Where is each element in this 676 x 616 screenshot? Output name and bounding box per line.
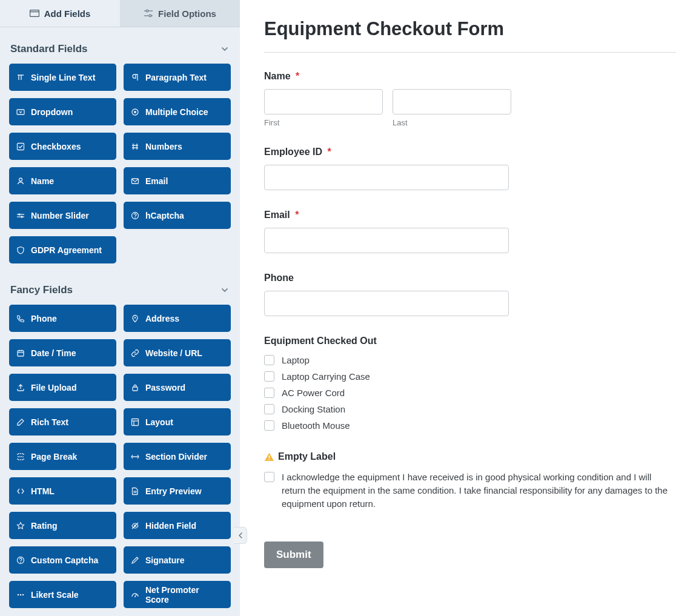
field-type-checkboxes[interactable]: Checkboxes [9,133,116,160]
field-type-page-break[interactable]: Page Break [9,443,116,470]
group-header-standard[interactable]: Standard Fields [9,37,231,64]
help-icon [16,556,25,565]
field-phone[interactable]: Phone [264,273,676,316]
equipment-option[interactable]: Laptop Carrying Case [264,370,676,383]
submit-button[interactable]: Submit [264,541,323,568]
field-type-paragraph-text[interactable]: Paragraph Text [124,64,231,91]
pagebreak-icon [16,452,25,461]
divider-icon [131,452,139,461]
sidebar: Add Fields Field Options Standard Fields… [0,0,240,616]
field-button-label: Likert Scale [31,590,79,600]
field-type-phone[interactable]: Phone [9,305,116,332]
field-button-label: File Upload [31,383,76,392]
sidebar-tabs: Add Fields Field Options [0,0,240,27]
ellipsis-icon [16,591,25,599]
field-name[interactable]: Name * First Last [264,71,676,127]
field-button-label: Single Line Text [31,73,95,82]
pin-icon [131,314,139,323]
field-button-label: Name [31,176,54,186]
field-type-numbers[interactable]: Numbers [124,133,231,160]
name-label-text: Name [264,71,291,81]
field-type-html[interactable]: HTML [9,477,116,505]
code-icon [16,487,25,495]
last-name-input[interactable] [393,89,511,114]
checkbox[interactable] [264,404,274,414]
field-type-hcaptcha[interactable]: hCaptcha [124,202,231,229]
field-type-likert-scale[interactable]: Likert Scale [9,581,116,608]
field-type-number-slider[interactable]: Number Slider [9,202,116,229]
phone-icon [16,314,25,323]
first-name-input[interactable] [264,89,383,114]
chevron-down-icon [220,285,230,295]
radio-icon [131,108,139,116]
field-type-custom-captcha[interactable]: Custom Captcha [9,546,116,574]
field-type-name[interactable]: Name [9,167,116,194]
field-type-email[interactable]: Email [124,167,231,194]
form-preview: Equipment Checkout Form Name * First Las… [240,0,676,616]
empty-label-warning: Empty Label [264,451,676,462]
field-type-hidden-field[interactable]: Hidden Field [124,512,231,539]
field-type-section-divider[interactable]: Section Divider [124,443,231,470]
email-label: Email * [264,210,676,220]
field-type-date-time[interactable]: Date / Time [9,339,116,366]
checkbox[interactable] [264,371,274,382]
field-type-password[interactable]: Password [124,374,231,401]
field-email[interactable]: Email * [264,210,676,253]
field-button-label: Paragraph Text [145,73,207,82]
checkbox[interactable] [264,388,274,398]
equipment-option[interactable]: Docking Station [264,403,676,416]
field-type-layout[interactable]: Layout [124,408,231,436]
field-button-label: Rich Text [31,417,68,427]
ack-checkbox[interactable] [264,472,274,482]
field-employee-id[interactable]: Employee ID * [264,147,676,190]
tab-field-options[interactable]: Field Options [120,0,240,27]
phone-input[interactable] [264,291,509,316]
field-type-entry-preview[interactable]: Entry Preview [124,477,231,505]
group-header-fancy[interactable]: Fancy Fields [9,278,231,305]
field-button-label: Dropdown [31,107,73,117]
field-button-label: Page Break [31,452,77,462]
field-type-rich-text[interactable]: Rich Text [9,408,116,436]
last-sublabel: Last [393,118,511,127]
field-button-label: Layout [145,417,173,427]
link-icon [131,349,139,357]
field-type-file-upload[interactable]: File Upload [9,374,116,401]
field-button-label: Address [145,314,179,323]
phone-label-text: Phone [264,273,294,283]
field-button-label: Section Divider [145,452,207,462]
shield-icon [16,246,25,254]
equipment-option-label: Docking Station [282,403,345,416]
field-type-single-line-text[interactable]: Single Line Text [9,64,116,91]
field-acknowledgement[interactable]: Empty Label I acknowledge the equipment … [264,451,676,510]
tab-add-fields[interactable]: Add Fields [0,0,120,27]
field-type-website-url[interactable]: Website / URL [124,339,231,366]
email-input[interactable] [264,228,509,253]
equipment-option[interactable]: Laptop [264,354,676,366]
field-type-multiple-choice[interactable]: Multiple Choice [124,98,231,125]
calendar-icon [16,349,25,357]
equipment-option[interactable]: Bluetooth Mouse [264,419,676,432]
field-type-rating[interactable]: Rating [9,512,116,539]
slider-icon [16,211,25,220]
field-type-dropdown[interactable]: Dropdown [9,98,116,125]
field-type-gdpr-agreement[interactable]: GDPR Agreement [9,236,116,263]
field-type-net-promoter-score[interactable]: Net Promoter Score [124,581,231,608]
field-button-label: GDPR Agreement [31,245,102,255]
equipment-option[interactable]: AC Power Cord [264,386,676,399]
group-title: Standard Fields [10,43,88,55]
svg-point-7 [269,459,270,460]
ack-text: I acknowledge the equipment I have recei… [282,471,676,510]
checkbox[interactable] [264,420,274,431]
checkbox[interactable] [264,355,274,365]
equipment-options: LaptopLaptop Carrying CaseAC Power CordD… [264,354,676,432]
email-label-text: Email [264,210,290,220]
employee-id-input[interactable] [264,165,509,190]
field-button-label: Entry Preview [145,486,202,496]
field-equipment[interactable]: Equipment Checked Out LaptopLaptop Carry… [264,336,676,432]
field-type-address[interactable]: Address [124,305,231,332]
doc-icon [131,487,139,495]
field-type-signature[interactable]: Signature [124,546,231,574]
collapse-sidebar-button[interactable] [234,527,247,544]
check-icon [16,142,25,151]
standard-fields-grid: Single Line TextParagraph TextDropdownMu… [9,64,231,263]
